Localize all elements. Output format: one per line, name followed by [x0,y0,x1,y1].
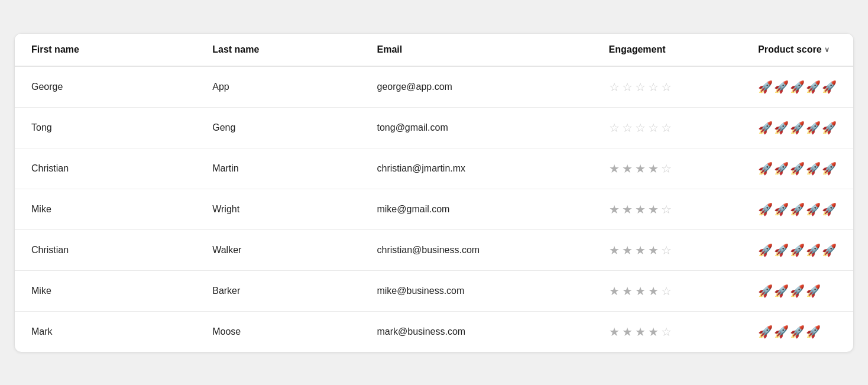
star-icon: ★ [609,284,620,298]
star-icon: ☆ [648,121,659,135]
cell-email: christian@jmartin.mx [360,148,592,189]
rocket-icon: 🚀 [806,325,821,339]
cell-email: mike@gmail.com [360,189,592,229]
cell-engagement: ★★★★☆ [592,189,741,229]
rocket-icon: 🚀 [822,243,837,257]
cell-last-name: Wright [196,189,360,229]
rocket-icon: 🚀 [774,161,789,176]
table-row: TongGengtong@gmail.com☆☆☆☆☆🚀🚀🚀🚀🚀 [15,107,853,148]
star-icon: ★ [622,202,633,216]
cell-email: tong@gmail.com [360,107,592,148]
star-icon: ★ [648,284,659,298]
cell-engagement: ★★★★☆ [592,270,741,311]
rocket-icon: 🚀 [806,202,821,216]
column-header-engagement: Engagement [592,34,741,66]
star-icon: ☆ [661,284,672,298]
rocket-icon: 🚀 [806,161,821,176]
cell-first-name: George [15,66,196,108]
star-icon: ☆ [661,80,672,94]
cell-last-name: Walker [196,229,360,270]
cell-product-score: 🚀🚀🚀🚀🚀 [741,148,853,189]
star-icon: ★ [609,243,620,257]
cell-product-score: 🚀🚀🚀🚀 [741,270,853,311]
star-icon: ☆ [661,202,672,216]
rocket-icon: 🚀 [806,243,821,257]
cell-first-name: Mike [15,270,196,311]
star-icon: ★ [635,202,646,216]
star-icon: ★ [622,243,633,257]
rocket-icon: 🚀 [790,284,805,298]
sort-icon: ∨ [824,46,830,54]
star-icon: ★ [622,161,633,176]
table-row: ChristianWalkerchristian@business.com★★★… [15,229,853,270]
column-header-product-score[interactable]: Product score ∨ [741,34,853,66]
table-header-row: First name Last name Email Engagement Pr… [15,34,853,66]
rocket-icon: 🚀 [774,284,789,298]
star-icon: ★ [622,325,633,339]
star-icon: ☆ [661,121,672,135]
star-icon: ☆ [622,121,633,135]
star-icon: ★ [635,284,646,298]
cell-first-name: Mark [15,311,196,352]
cell-last-name: Barker [196,270,360,311]
cell-email: mark@business.com [360,311,592,352]
star-icon: ☆ [635,121,646,135]
cell-product-score: 🚀🚀🚀🚀🚀 [741,107,853,148]
star-icon: ★ [635,243,646,257]
cell-last-name: Martin [196,148,360,189]
rocket-icon: 🚀 [822,161,837,176]
star-icon: ★ [648,161,659,176]
table-row: MikeBarkermike@business.com★★★★☆🚀🚀🚀🚀 [15,270,853,311]
cell-first-name: Christian [15,229,196,270]
cell-email: christian@business.com [360,229,592,270]
rocket-icon: 🚀 [774,202,789,216]
table-row: MarkMoosemark@business.com★★★★☆🚀🚀🚀🚀 [15,311,853,352]
rocket-icon: 🚀 [806,80,821,94]
cell-last-name: Geng [196,107,360,148]
rocket-icon: 🚀 [790,243,805,257]
rocket-icon: 🚀 [758,80,773,94]
data-table: First name Last name Email Engagement Pr… [15,34,853,352]
cell-engagement: ★★★★☆ [592,311,741,352]
star-icon: ★ [635,161,646,176]
cell-product-score: 🚀🚀🚀🚀🚀 [741,189,853,229]
star-icon: ☆ [661,161,672,176]
rocket-icon: 🚀 [758,121,773,135]
star-icon: ☆ [648,80,659,94]
rocket-icon: 🚀 [790,202,805,216]
rocket-icon: 🚀 [758,202,773,216]
cell-engagement: ☆☆☆☆☆ [592,66,741,108]
rocket-icon: 🚀 [758,284,773,298]
column-header-email: Email [360,34,592,66]
rocket-icon: 🚀 [774,121,789,135]
cell-product-score: 🚀🚀🚀🚀🚀 [741,66,853,108]
cell-first-name: Christian [15,148,196,189]
cell-last-name: App [196,66,360,108]
cell-product-score: 🚀🚀🚀🚀🚀 [741,229,853,270]
rocket-icon: 🚀 [822,80,837,94]
star-icon: ☆ [622,80,633,94]
rocket-icon: 🚀 [806,284,821,298]
cell-first-name: Mike [15,189,196,229]
cell-engagement: ★★★★☆ [592,148,741,189]
table-row: ChristianMartinchristian@jmartin.mx★★★★☆… [15,148,853,189]
column-header-first-name: First name [15,34,196,66]
star-icon: ☆ [661,243,672,257]
star-icon: ★ [635,325,646,339]
star-icon: ★ [648,202,659,216]
star-icon: ☆ [635,80,646,94]
star-icon: ★ [609,161,620,176]
star-icon: ★ [648,325,659,339]
rocket-icon: 🚀 [774,80,789,94]
table-row: GeorgeAppgeorge@app.com☆☆☆☆☆🚀🚀🚀🚀🚀 [15,66,853,108]
star-icon: ☆ [609,80,620,94]
rocket-icon: 🚀 [822,121,837,135]
cell-email: mike@business.com [360,270,592,311]
rocket-icon: 🚀 [822,202,837,216]
rocket-icon: 🚀 [790,121,805,135]
cell-product-score: 🚀🚀🚀🚀 [741,311,853,352]
cell-last-name: Moose [196,311,360,352]
star-icon: ★ [609,325,620,339]
rocket-icon: 🚀 [758,325,773,339]
rocket-icon: 🚀 [774,325,789,339]
